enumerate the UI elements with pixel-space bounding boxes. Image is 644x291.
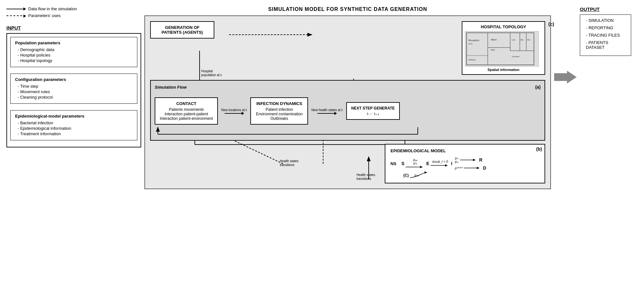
prob-tr: pₜᵣ <box>455 156 459 160</box>
infection-item-3: Outbreaks <box>255 116 303 121</box>
health-transitions-svg: Health states transitions <box>356 154 382 179</box>
new-health-states-arrow: New health states at tᵢ <box>311 108 343 114</box>
new-locations-arrow: New locations at tᵢ <box>221 108 247 114</box>
config-item-1: Time step <box>18 84 133 89</box>
output-item-2: REPORTING <box>586 25 626 30</box>
top-row: GENERATION OF PATIENTS (AGENTS) HOSPITAL… <box>150 21 545 75</box>
solid-arrow-icon <box>6 9 26 9</box>
dashed-arrow-icon <box>6 15 26 16</box>
infection-item-2: Environment contamination <box>255 112 303 116</box>
arrow-contact-infection <box>225 113 244 114</box>
state-I: I <box>451 161 452 166</box>
pop-item-2: Hospital policies <box>18 53 133 57</box>
gen-patients-line2: PATIENTS (AGENTS) <box>157 30 208 35</box>
next-step-title: NEXT STEP GENERATE <box>351 106 395 110</box>
state-C: (C) <box>403 173 409 178</box>
svg-text:p₁₁: p₁₁ <box>414 173 419 177</box>
center-diagram: SIMULATION MODEL FOR SYNTHETIC DATA GENE… <box>144 6 551 189</box>
svg-text:Waiting: Waiting <box>468 59 476 61</box>
output-label: OUTPUT <box>580 6 600 12</box>
contact-box: CONTACT Patients movements Interaction p… <box>155 97 218 125</box>
floorplan-svg: Reception area Ward ICU Lab Rm Rm Corrid… <box>465 31 538 66</box>
new-health-states-label: New health states at tᵢ <box>311 108 343 112</box>
feedback-row <box>155 127 541 136</box>
prob-pp: pₚₚ <box>413 158 418 162</box>
config-params-title: Configuration parameters <box>15 77 133 82</box>
output-big-arrow-svg <box>554 71 577 84</box>
output-box: SIMULATION REPORTING TRACING FILES PATIE… <box>580 14 631 56</box>
gen-patients-line1: GENERATION OF <box>157 25 208 30</box>
legend-solid: Data flow in the simulation <box>6 6 141 11</box>
c-arrow: p₁₁ <box>410 172 429 179</box>
generation-patients-box: GENERATION OF PATIENTS (AGENTS) <box>150 21 214 39</box>
health-states-connector: Health states transitions <box>356 154 382 179</box>
next-step-formula: tᵢ ← tᵢ₊₁ <box>351 112 395 116</box>
svg-text:Reception: Reception <box>468 39 479 42</box>
i-r-prob: pₜᵣ pᵧᵣ <box>455 156 459 163</box>
i-to-r: pₜᵣ pᵧᵣ R <box>455 156 483 163</box>
epi-item-3: Treatment information <box>18 131 133 136</box>
epi-params-list: Bacterial infection Epidemiological info… <box>15 120 133 136</box>
contact-item-1: Patients movements <box>160 107 213 112</box>
contact-title: CONTACT <box>160 101 213 106</box>
s-to-e-arrow: pₚₚ pᴵₚ <box>406 158 425 169</box>
epi-formula: NS S pₚₚ pᴵₚ <box>391 156 539 171</box>
hospital-topology-wrapper: HOSPITAL TOPOLOGY <box>462 21 545 75</box>
ei-arrow-svg <box>431 163 450 167</box>
id-arrow-svg <box>464 166 482 170</box>
cs-arrow-svg: p₁₁ <box>410 172 429 179</box>
i-to-d: pᵈᵉᵃᵗʰ D <box>455 165 486 171</box>
epi-model-title: EPIDEMIOLOGICAL MODEL <box>391 148 539 153</box>
state-S: S <box>401 161 404 166</box>
svg-rect-21 <box>467 33 534 65</box>
input-outer-box: Population parameters Demographic data H… <box>6 33 141 147</box>
new-locations-label: New locations at tᵢ <box>221 108 247 112</box>
svg-text:area: area <box>468 43 473 45</box>
config-params-list: Time step Movement rules Cleaning protoc… <box>15 84 133 100</box>
label-c: (c) <box>548 21 554 27</box>
prob-qr: pᵧᵣ <box>455 160 459 163</box>
diagram-title: SIMULATION MODEL FOR SYNTHETIC DATA GENE… <box>268 6 427 12</box>
svg-text:Corridor: Corridor <box>512 56 520 57</box>
right-panel: OUTPUT SIMULATION REPORTING TRACING FILE… <box>580 6 638 56</box>
hospital-topology-box: HOSPITAL TOPOLOGY <box>462 21 545 75</box>
main-container: Data flow in the simulation Parameters' … <box>6 6 638 189</box>
solid-arrow-label: Data flow in the simulation <box>28 6 77 11</box>
sim-flow-header: Simulation Flow (a) <box>155 84 541 90</box>
i-d-prob: pᵈᵉᵃᵗʰ <box>455 166 463 170</box>
legend-dashed: Parameters' uses <box>6 13 141 18</box>
epi-label-b: (b) <box>536 146 542 152</box>
hospital-topology-title: HOSPITAL TOPOLOGY <box>465 24 542 29</box>
hospital-floorplan-img: Reception area Ward ICU Lab Rm Rm Corrid… <box>465 31 539 66</box>
input-label: INPUT <box>6 25 141 31</box>
state-NS: NS <box>391 161 396 166</box>
ir-arrow-svg <box>460 158 478 162</box>
legend: Data flow in the simulation Parameters' … <box>6 6 141 20</box>
svg-text:Lab: Lab <box>512 39 515 41</box>
population-params-list: Demographic data Hospital policies Hospi… <box>15 47 133 63</box>
state-R: R <box>479 157 482 163</box>
output-arrow-wrapper <box>554 71 577 84</box>
population-params-box: Population parameters Demographic data H… <box>10 37 137 67</box>
i-branches: pₜᵣ pᵧᵣ R <box>455 156 486 171</box>
contact-item-3: Interaction patient-environment <box>160 116 213 121</box>
population-params-title: Population parameters <box>15 40 133 45</box>
epi-params-box: Epidemiological-model parameters Bacteri… <box>10 110 137 140</box>
simulation-flow-box: Simulation Flow (a) CONTACT Patients mov… <box>150 80 545 141</box>
bottom-row: Health states transitions (b) EPIDEMIOLO… <box>150 144 545 183</box>
config-item-3: Cleaning protocol <box>18 95 133 100</box>
infection-dynamics-box: INFECTION DYNAMICS Patient infection Env… <box>250 97 308 125</box>
sim-flow-label: Simulation Flow <box>155 85 187 90</box>
infection-title: INFECTION DYNAMICS <box>255 101 303 106</box>
output-item-4: PATIENTS DATASET <box>586 40 626 50</box>
feedback-arrow-svg <box>155 127 541 136</box>
pop-item-3: Hospital topology <box>18 58 133 63</box>
infection-item-1: Patient infection <box>255 107 303 112</box>
sim-flow-label-a: (a) <box>535 84 541 90</box>
svg-text:Ward: Ward <box>491 39 496 41</box>
epi-params-title: Epidemiological-model parameters <box>15 114 133 119</box>
svg-marker-56 <box>554 71 577 84</box>
output-list: SIMULATION REPORTING TRACING FILES PATIE… <box>585 18 626 50</box>
prob-death: pᵈᵉᵃᵗʰ <box>455 166 463 170</box>
output-item-1: SIMULATION <box>586 18 626 23</box>
